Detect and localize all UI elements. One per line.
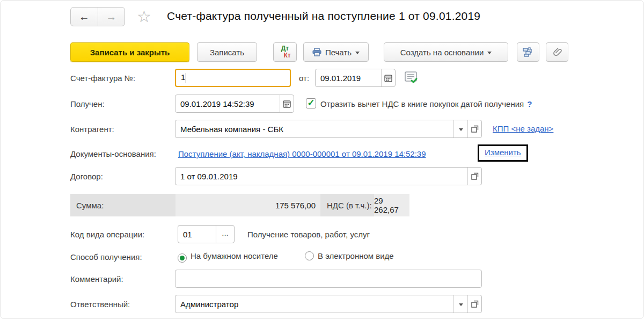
radio-selected-icon: [178, 253, 187, 263]
dtkt-postings-button[interactable]: Дт Кт: [273, 42, 297, 62]
create-based-on-label: Создать на основании: [400, 48, 484, 57]
base-document-link[interactable]: Поступление (акт, накладная) 0000-000001…: [178, 149, 426, 158]
invoice-date-input[interactable]: 09.01.2019: [315, 69, 396, 87]
kt-label: Кт: [283, 52, 290, 59]
favorite-star-icon[interactable]: ☆: [137, 8, 151, 26]
print-button[interactable]: Печать: [303, 42, 369, 62]
choose-button[interactable]: ...: [216, 226, 234, 243]
received-label: Получен:: [70, 99, 105, 108]
open-item-icon[interactable]: [467, 120, 481, 137]
received-datetime-input[interactable]: 09.01.2019 14:52:39: [175, 95, 294, 113]
forward-arrow-icon: →: [106, 11, 116, 23]
sum-label: Сумма:: [70, 201, 175, 210]
attachments-button[interactable]: [546, 42, 568, 62]
posted-status-icon: [404, 71, 418, 84]
back-arrow-icon: ←: [79, 11, 90, 23]
counterparty-value: Мебельная компания - СБК: [175, 125, 453, 134]
change-link[interactable]: Изменить: [485, 148, 521, 157]
kpp-link[interactable]: КПП <не задан>: [493, 124, 553, 133]
change-link-highlight: Изменить: [478, 144, 528, 162]
print-button-label: Печать: [325, 48, 352, 57]
ellipsis-icon: ...: [222, 228, 229, 237]
calendar-icon[interactable]: [381, 69, 395, 86]
contract-input[interactable]: 1 от 09.01.2019: [175, 167, 482, 185]
invoice-number-value: 1: [181, 73, 185, 82]
invoice-number-input[interactable]: 1: [175, 69, 291, 87]
back-button[interactable]: ←: [71, 8, 98, 26]
operation-code-value: 01: [178, 230, 216, 239]
invoice-date-label: от:: [299, 74, 309, 83]
counterparty-combobox[interactable]: Мебельная компания - СБК: [175, 120, 482, 138]
save-and-close-button[interactable]: Записать и закрыть: [70, 42, 189, 62]
radio-electronic[interactable]: В электронном виде: [305, 251, 394, 260]
calendar-icon[interactable]: [280, 95, 294, 112]
totals-band: Сумма: 175 576,00 НДС (в т.ч.): 29 262,6…: [70, 194, 409, 216]
dropdown-arrow-icon[interactable]: [453, 120, 467, 137]
comment-input[interactable]: [175, 270, 482, 288]
invoice-date-value: 09.01.2019: [316, 74, 381, 83]
responsible-combobox[interactable]: Администратор: [175, 295, 482, 313]
document-structure-icon: [523, 47, 533, 57]
save-button[interactable]: Записать: [197, 42, 257, 62]
paperclip-icon: [552, 47, 562, 57]
chevron-down-icon: [487, 52, 492, 54]
received-datetime-value: 09.01.2019 14:52:39: [175, 99, 280, 108]
check-icon: ✓: [307, 98, 314, 107]
sum-value: 175 576,00: [175, 194, 320, 216]
operation-code-label: Код вида операции:: [70, 230, 144, 239]
operation-code-description: Получение товаров, работ, услуг: [247, 230, 370, 239]
counterparty-label: Контрагент:: [70, 125, 114, 134]
radio-unselected-icon: [305, 251, 314, 260]
contract-value: 1 от 09.01.2019: [175, 172, 467, 181]
dropdown-arrow-icon[interactable]: [453, 295, 467, 313]
vat-deduction-checkbox-label: Отразить вычет НДС в книге покупок датой…: [320, 99, 532, 108]
vat-deduction-checkbox[interactable]: ✓: [306, 98, 316, 108]
contract-label: Договор:: [70, 172, 103, 181]
receipt-method-label: Способ получения:: [70, 252, 142, 262]
responsible-label: Ответственный:: [70, 300, 130, 309]
related-documents-button[interactable]: [517, 42, 539, 62]
comment-label: Комментарий:: [70, 274, 123, 284]
history-nav: ← →: [70, 7, 125, 26]
open-item-icon[interactable]: [467, 295, 481, 313]
vat-value: 29 262,67: [374, 194, 409, 216]
invoice-number-label: Счет-фактура №:: [70, 74, 135, 83]
chevron-down-icon: [355, 52, 360, 54]
radio-paper[interactable]: На бумажном носителе: [178, 251, 278, 263]
open-item-icon[interactable]: [467, 168, 481, 185]
base-documents-label: Документы-основания:: [70, 149, 156, 158]
page-title: Счет-фактура полученный на поступление 1…: [167, 10, 480, 23]
text-cursor: [186, 73, 186, 83]
vat-label: НДС (в т.ч.):: [320, 201, 374, 210]
forward-button[interactable]: →: [98, 8, 125, 26]
invoice-form-window: ← → ☆ Счет-фактура полученный на поступл…: [0, 0, 644, 319]
printer-icon: [312, 48, 321, 56]
create-based-on-button[interactable]: Создать на основании: [384, 42, 508, 62]
operation-code-input[interactable]: 01 ...: [178, 225, 235, 243]
responsible-value: Администратор: [175, 300, 453, 309]
help-icon[interactable]: ?: [527, 99, 532, 108]
